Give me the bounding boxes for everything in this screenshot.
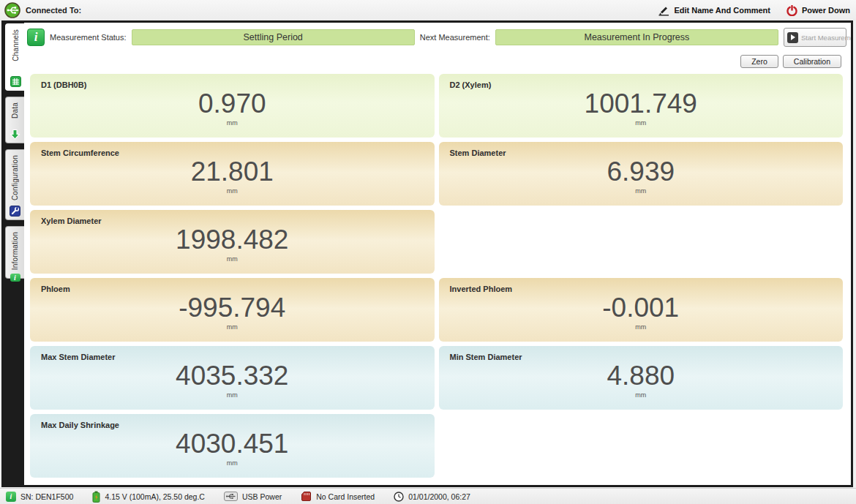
channel-unit: mm [30,459,435,467]
channel-unit: mm [30,119,435,127]
info-icon: i [10,274,20,282]
start-measurement-label: Start Measurement [801,34,851,42]
wrench-icon [10,206,20,217]
connected-to-label: Connected To: [26,6,81,15]
channel-card: Max Stem Diameter 4035.332 mm [30,346,435,410]
calibration-toolbar: Zero Calibration [24,48,851,72]
channel-value: 4030.451 [30,430,435,458]
power-icon [786,5,797,16]
channel-card: Phloem -995.794 mm [30,278,435,342]
channel-card: D2 (Xylem) 1001.749 mm [439,74,844,138]
channel-value: 4035.332 [30,362,435,390]
channel-card: Stem Diameter 6.939 mm [439,142,844,206]
calibration-button[interactable]: Calibration [783,55,841,68]
channel-unit: mm [30,255,435,263]
channel-card: Inverted Phloem -0.001 mm [439,278,844,342]
play-icon [787,32,798,43]
card-status-label: No Card Inserted [316,492,375,501]
tab-configuration[interactable]: Configuration [5,149,24,220]
channel-card: Xylem Diameter 1998.482 mm [30,210,435,274]
info-icon: i [6,492,16,502]
serial-number-item: i SN: DEN1F500 [6,492,73,502]
channel-unit: mm [439,187,844,195]
sidebar-tabstrip: Channels Data Configuration [4,23,24,485]
grid-icon [10,76,21,87]
measurement-status-value: Settling Period [132,29,415,45]
channel-value: 6.939 [439,158,844,186]
power-source-label: USB Power [242,492,282,501]
power-source-item: USB Power [224,492,282,501]
battery-status-label: 4.15 V (100mA), 25.50 deg.C [105,492,205,501]
battery-icon [92,491,100,503]
channel-value: 4.880 [439,362,844,390]
tab-channels[interactable]: Channels [5,23,26,91]
start-measurement-button[interactable]: Start Measurement [784,28,846,47]
channel-card: Stem Circumference 21.801 mm [30,142,435,206]
channel-card: Max Daily Shrinkage 4030.451 mm [30,414,435,478]
sd-card-icon [301,491,312,502]
card-status-item: No Card Inserted [301,491,375,502]
tab-data[interactable]: Data [5,97,24,143]
power-down-label: Power Down [802,6,850,15]
channel-value: 0.970 [30,90,435,118]
bottom-status-bar: i SN: DEN1F500 4.15 V (100mA), 25.50 deg… [0,488,856,504]
measurement-status-label: Measurement Status: [50,33,127,42]
channel-unit: mm [439,391,844,399]
channel-unit: mm [30,391,435,399]
top-bar: Connected To: Edit Name And Comment Powe… [0,0,856,20]
clock-icon [394,492,404,502]
channel-value: 1998.482 [30,226,435,254]
zero-button[interactable]: Zero [740,55,778,68]
edit-name-and-comment-button[interactable]: Edit Name And Comment [658,4,770,16]
channel-card: Min Stem Diameter 4.880 mm [439,346,844,410]
channel-card: D1 (DBH0B) 0.970 mm [30,74,435,138]
serial-number-label: SN: DEN1F500 [20,492,73,501]
usb-connected-icon [4,2,20,18]
channel-value: 21.801 [30,158,435,186]
next-measurement-value: Measurement In Progress [495,29,778,45]
tab-configuration-label: Configuration [11,155,19,200]
measurement-status-row: i Measurement Status: Settling Period Ne… [24,23,851,48]
channel-unit: mm [30,323,435,331]
tab-information-label: Information [11,232,19,270]
info-icon: i [27,29,45,46]
channel-unit: mm [30,187,435,195]
channel-value: -0.001 [439,294,844,322]
datetime-item: 01/01/2000, 06:27 [394,492,470,502]
next-measurement-label: Next Measurement: [420,33,490,42]
channel-unit: mm [439,119,844,127]
channels-page: i Measurement Status: Settling Period Ne… [24,23,851,485]
battery-status-item: 4.15 V (100mA), 25.50 deg.C [92,491,205,503]
channel-grid: D1 (DBH0B) 0.970 mm D2 (Xylem) 1001.749 … [30,74,843,478]
pencil-icon [658,4,669,16]
edit-name-and-comment-label: Edit Name And Comment [674,6,770,15]
datetime-label: 01/01/2000, 06:27 [408,492,470,501]
tab-data-label: Data [11,102,19,119]
main-frame: Channels Data Configuration [1,20,853,487]
download-icon [10,129,20,140]
channel-value: 1001.749 [439,90,844,118]
usb-icon [224,492,238,501]
tab-channels-label: Channels [12,29,20,61]
power-down-button[interactable]: Power Down [786,5,850,16]
channel-value: -995.794 [30,294,435,322]
tab-information[interactable]: Information i [5,226,24,279]
channel-unit: mm [439,323,844,331]
